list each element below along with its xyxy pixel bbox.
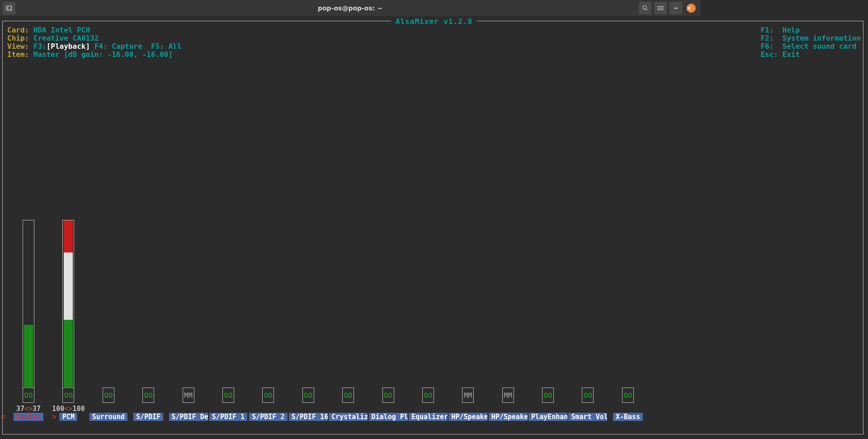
minimize-button[interactable]: – (670, 2, 682, 14)
app-title: AlsaMixer v1.2.8 (391, 17, 477, 26)
volume-meter[interactable] (62, 220, 74, 354)
volume-meter[interactable] (23, 220, 34, 354)
search-button[interactable] (639, 2, 651, 14)
window-titlebar: pop-os@pop-os: ~ – (0, 0, 700, 16)
terminal-area[interactable]: AlsaMixer v1.2.8 Card: HDA Intel PCH Chi… (0, 16, 700, 354)
view-rest: F4: Capture F5: All (90, 42, 181, 51)
view-label: View: (7, 42, 29, 51)
terminal-icon[interactable] (3, 2, 15, 14)
chip-value: Creative CA0132 (29, 34, 99, 42)
info-panel-left: Card: HDA Intel PCH Chip: Creative CA013… (7, 26, 181, 59)
chip-label: Chip: (7, 34, 29, 42)
item-label: Item: (7, 50, 29, 59)
card-label: Card: (7, 26, 29, 34)
channel-pcm[interactable]: OO100<>100PCM (62, 220, 74, 354)
window-title: pop-os@pop-os: ~ (0, 5, 700, 12)
svg-line-1 (646, 9, 647, 10)
view-f3: F3: (29, 42, 47, 51)
svg-rect-2 (657, 6, 664, 7)
svg-rect-4 (657, 9, 664, 10)
item-value: Master [dB gain: -16.00, -16.00] (29, 50, 173, 59)
menu-button[interactable] (654, 2, 667, 14)
card-value: HDA Intel PCH (29, 26, 90, 34)
mixer-channels[interactable]: OO37<>37Master<>OO100<>100PCMOOSurroundO… (23, 102, 700, 354)
close-button[interactable] (687, 4, 696, 13)
channel-master[interactable]: OO37<>37Master<> (23, 220, 34, 354)
svg-point-0 (643, 6, 646, 9)
view-playback: [Playback] (47, 42, 90, 51)
svg-rect-3 (657, 8, 664, 8)
